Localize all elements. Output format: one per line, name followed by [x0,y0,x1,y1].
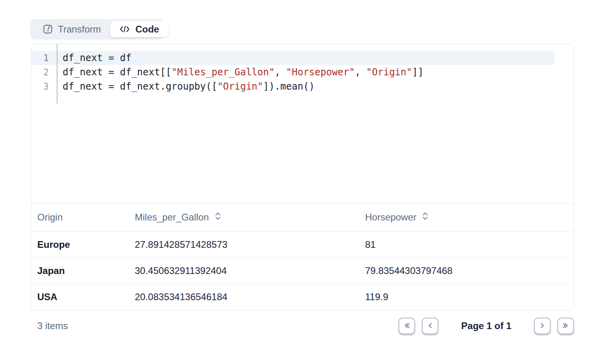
tab-transform[interactable]: f Transform [33,21,110,37]
transform-panel: 1df_next = df2df_next = df_next[["Miles_… [31,44,574,310]
code-editor[interactable]: 1df_next = df2df_next = df_next[["Miles_… [31,44,574,203]
chevrons-left-icon [402,322,411,331]
chevron-right-icon [538,322,546,331]
cell-miles-per-gallon: 27.891428571428573 [129,232,359,258]
code-line[interactable]: 3df_next = df_next.groupby(["Origin"]).m… [31,79,555,94]
gutter-separator [57,44,57,103]
code-token-string: "Miles_per_Gallon" [172,67,275,78]
code-slash-icon [119,25,130,33]
cell-miles-per-gallon: 30.450632911392404 [129,258,359,284]
page-root: { "tabs": { "transform_label": "Transfor… [0,0,601,364]
line-number: 1 [31,51,57,65]
pagination: Page 1 of 1 [398,318,574,334]
code-token-plain: df_next = df_next.groupby([ [63,81,217,92]
code-line[interactable]: 1df_next = df [31,51,555,65]
code-token-string: "Origin" [217,81,263,92]
result-table: Origin Miles_per_Gallon [31,203,574,310]
view-toggle: f Transform Code [31,19,163,39]
prev-page-button[interactable] [422,318,438,334]
items-count: 3 items [31,320,68,331]
cell-origin: USA [31,284,129,310]
code-text: df_next = df_next.groupby(["Origin"]).me… [57,79,315,94]
code-token-plain: ]).mean() [263,81,315,92]
code-text: df_next = df [57,51,131,65]
tab-transform-label: Transform [58,24,101,35]
table-row: USA 20.083534136546184 119.9 [31,284,574,310]
code-token-string: "Horsepower" [286,67,355,78]
code-token-plain: df_next = df [63,52,131,63]
column-header-origin: Origin [31,203,129,232]
table-row: Japan 30.450632911392404 79.835443037974… [31,258,574,284]
svg-text:f: f [47,25,51,33]
function-icon: f [43,24,53,34]
code-token-string: "Origin" [366,67,412,78]
tab-code-label: Code [135,24,159,35]
cell-horsepower: 79.83544303797468 [359,258,574,284]
code-text: df_next = df_next[["Miles_per_Gallon", "… [57,65,423,79]
cell-origin: Japan [31,258,129,284]
column-header-miles-per-gallon: Miles_per_Gallon [129,203,359,232]
line-number: 3 [31,79,57,94]
table-row: Europe 27.891428571428573 81 [31,232,574,258]
column-header-label: Miles_per_Gallon [135,212,209,223]
chevrons-right-icon [561,322,570,331]
column-header-label: Horsepower [365,212,416,223]
tab-code[interactable]: Code [110,21,168,37]
chevron-left-icon [426,322,434,331]
sort-chevrons-icon[interactable] [214,212,221,223]
first-page-button[interactable] [398,318,415,334]
table-footer: 3 items Page 1 of 1 [31,317,574,335]
code-token-plain: , [275,67,286,78]
cell-horsepower: 119.9 [359,284,574,310]
code-token-plain: df_next = df_next[[ [63,67,172,78]
sort-chevrons-icon[interactable] [422,212,429,223]
table-header-row: Origin Miles_per_Gallon [31,203,574,232]
code-token-plain: ]] [412,67,423,78]
code-lines: 1df_next = df2df_next = df_next[["Miles_… [31,51,574,94]
cell-miles-per-gallon: 20.083534136546184 [129,284,359,310]
cell-origin: Europe [31,232,129,258]
next-page-button[interactable] [534,318,551,334]
cell-horsepower: 81 [359,232,574,258]
code-token-plain: , [355,67,366,78]
column-header-label: Origin [37,212,63,223]
last-page-button[interactable] [557,318,574,334]
page-indicator: Page 1 of 1 [461,320,511,331]
code-line[interactable]: 2df_next = df_next[["Miles_per_Gallon", … [31,65,555,79]
line-number: 2 [31,65,57,79]
column-header-horsepower: Horsepower [359,203,574,232]
